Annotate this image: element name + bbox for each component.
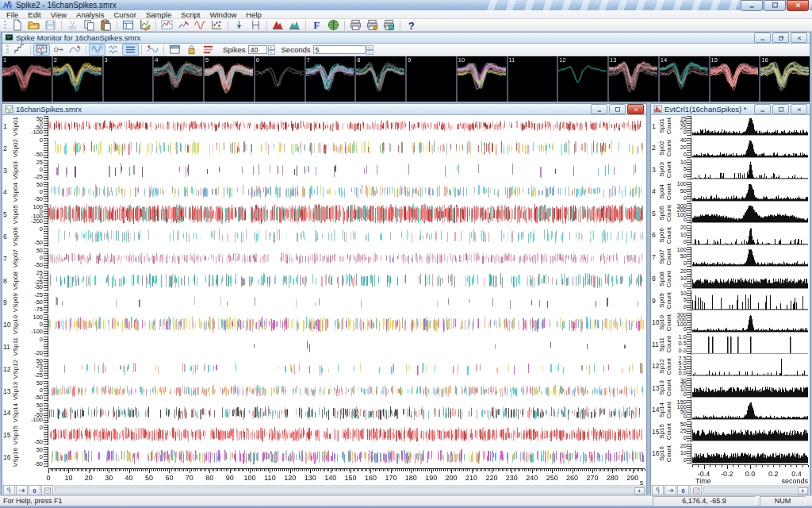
lock-button[interactable] [183, 44, 200, 56]
app-title-bar[interactable]: Spike2 - 16chanSpikes.smrx [0, 0, 812, 10]
chart-line-button[interactable] [159, 19, 175, 31]
channel-data-Sp11[interactable] [48, 336, 645, 357]
curve-button[interactable] [67, 44, 83, 56]
spike-panel-10[interactable]: 10 [458, 56, 508, 102]
window-mini-button[interactable] [167, 44, 183, 56]
sb-zero-button[interactable]: 0 [29, 485, 40, 495]
channel-data-Sp06[interactable] [48, 225, 645, 247]
redlines-button[interactable] [200, 44, 216, 56]
channel-data-Sp01[interactable] [48, 115, 645, 137]
spike-panel-6[interactable]: 6 [255, 56, 306, 102]
spike-monitor-title-bar[interactable]: Spike Monitor for 16chanSpikes.smrx [2, 33, 810, 44]
spike-panel-16[interactable]: 16 [760, 56, 810, 102]
channel-data-Sp16[interactable] [48, 446, 645, 468]
spike-panel-1[interactable]: 1 [2, 56, 53, 102]
spike-panel-14[interactable]: 14 [660, 56, 710, 102]
menu-item-script[interactable]: Script [176, 10, 205, 19]
menu-item-edit[interactable]: Edit [23, 10, 45, 19]
spike-panel-3[interactable]: 3 [104, 56, 155, 102]
spike-panel-5[interactable]: 5 [205, 56, 255, 102]
seconds-field[interactable]: 5 [313, 45, 366, 54]
copy-button[interactable] [81, 19, 98, 31]
menu-item-file[interactable]: File [2, 10, 23, 19]
cursor-measure-button[interactable] [247, 19, 264, 31]
minimize-button[interactable] [754, 33, 771, 43]
menu-item-analysis[interactable]: Analysis [71, 10, 109, 19]
close-button[interactable] [627, 104, 644, 114]
lines-button[interactable] [122, 44, 139, 56]
spike-panel-8[interactable]: 8 [356, 56, 407, 102]
sb-proc-button[interactable] [41, 485, 53, 495]
spike-panel-7[interactable]: 7 [306, 56, 357, 102]
minimize-button[interactable] [591, 104, 607, 114]
channel-data-Sp05[interactable] [48, 203, 645, 225]
evt-histogram-Sp10[interactable] [692, 312, 808, 333]
evt-histogram-Sp02[interactable] [692, 137, 808, 159]
channel-data-Sp02[interactable] [48, 137, 645, 159]
evtcrl-title-bar[interactable]: EvtCrl1(16chanSpikes) * [651, 104, 810, 115]
scrollbar-track[interactable] [55, 487, 645, 494]
minimize-button[interactable] [754, 104, 771, 114]
channel-data-Sp03[interactable] [48, 160, 645, 181]
spin-down-icon[interactable] [366, 50, 373, 55]
paste-button[interactable] [98, 19, 114, 31]
evt-histogram-Sp07[interactable] [692, 246, 808, 267]
menu-item-window[interactable]: Window [205, 10, 242, 19]
spike-panel-4[interactable]: 4 [154, 56, 205, 102]
sb-arrow-button[interactable] [16, 485, 28, 495]
evt-histogram-Sp08[interactable] [692, 268, 808, 290]
mountain-red-button[interactable] [270, 19, 286, 31]
evt-histogram-Sp11[interactable] [692, 333, 808, 355]
mountain-teal-button[interactable] [286, 19, 303, 31]
chart-scatter-button[interactable] [209, 19, 225, 31]
maximize-button[interactable] [764, 0, 786, 11]
evt-histogram-Sp16[interactable] [692, 443, 808, 464]
menu-item-help[interactable]: Help [241, 10, 266, 19]
sb-arrow-button[interactable] [665, 485, 676, 495]
channel-data-Sp09[interactable] [48, 292, 645, 314]
channel-data-Sp12[interactable] [48, 358, 645, 379]
cursor-down-button[interactable] [231, 19, 247, 31]
evt-histogram-Sp01[interactable] [692, 115, 808, 137]
spike-panel-13[interactable]: 13 [609, 56, 660, 102]
maximize-button[interactable] [772, 104, 789, 114]
wave-red-button[interactable] [192, 19, 209, 31]
scrollbar-right-arrow[interactable] [798, 487, 808, 495]
printer-preview-button[interactable] [381, 19, 397, 31]
scrollbar-track[interactable] [703, 487, 809, 494]
time-view-scrollbar[interactable]: 0 [2, 485, 646, 495]
spike-panel-9[interactable]: 9 [407, 56, 458, 102]
menu-item-view[interactable]: View [46, 10, 71, 19]
channel-data-Sp07[interactable] [48, 248, 645, 269]
script-f-button[interactable]: F [308, 19, 325, 31]
help-button[interactable]: ? [403, 19, 419, 31]
evt-histogram-Sp05[interactable] [692, 202, 808, 224]
waves-button[interactable] [105, 44, 122, 56]
spikes-count-field[interactable]: 40 [248, 45, 267, 54]
overlay-button[interactable] [89, 44, 105, 56]
channel-grid-button[interactable] [120, 19, 136, 31]
channel-data-Sp13[interactable] [48, 380, 645, 402]
sb-cursor-button[interactable] [3, 485, 15, 495]
evt-histogram-Sp13[interactable] [692, 377, 808, 398]
spin-down-icon[interactable] [268, 50, 275, 55]
channel-data-Sp10[interactable] [48, 314, 645, 335]
globe-button[interactable] [325, 19, 342, 31]
time-view-title-bar[interactable]: 16chanSpikes.smrx [2, 104, 646, 115]
restore-button[interactable] [772, 33, 789, 43]
spikes-count-field-spinner[interactable] [268, 45, 275, 55]
evt-histogram-Sp12[interactable] [692, 356, 808, 377]
monitor-button[interactable] [33, 44, 50, 56]
spike-panel-11[interactable]: 11 [508, 56, 559, 102]
evt-histogram-Sp06[interactable] [692, 225, 808, 246]
chart-arrow-button[interactable] [175, 19, 192, 31]
channel-data-Sp08[interactable] [48, 270, 645, 291]
channel-data-Sp04[interactable] [48, 181, 645, 202]
sb-proc-button[interactable] [690, 485, 702, 495]
open-folder-button[interactable] [25, 19, 42, 31]
channel-data-Sp14[interactable] [48, 402, 645, 424]
close-button[interactable] [791, 104, 807, 114]
link-button[interactable] [50, 44, 67, 56]
minimize-button[interactable] [741, 0, 763, 11]
axes-edit-button[interactable] [136, 19, 153, 31]
